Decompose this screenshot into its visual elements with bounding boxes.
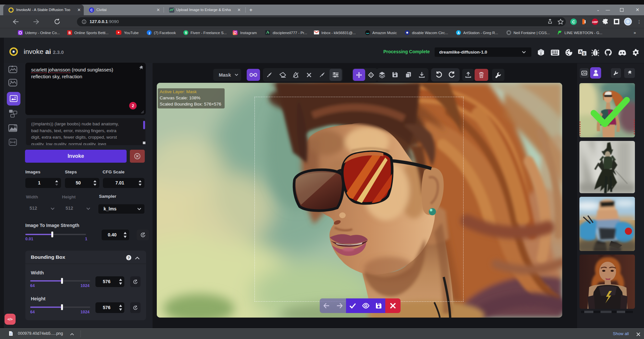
svg-text:A: A	[11, 65, 13, 68]
svg-text:A: A	[457, 31, 460, 35]
svg-text:C: C	[90, 8, 93, 12]
svg-text:fi: fi	[185, 31, 187, 35]
svg-text:ABP: ABP	[592, 20, 598, 24]
svg-text:C: C	[572, 20, 575, 24]
svg-text:f: f	[149, 31, 150, 35]
svg-text:文: 文	[582, 52, 586, 56]
svg-text:?: ?	[128, 256, 130, 260]
svg-text:A: A	[579, 50, 582, 54]
svg-text:B: B	[68, 31, 71, 35]
